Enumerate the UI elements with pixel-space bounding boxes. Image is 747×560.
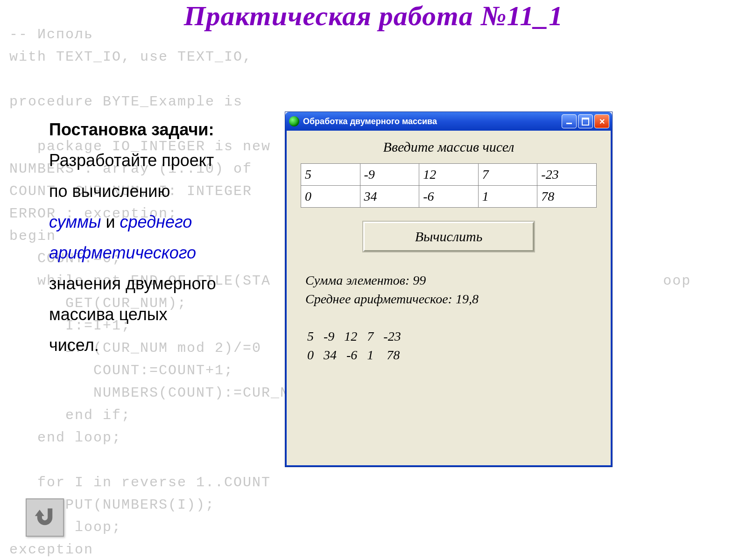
- corner-fold-decoration: [626, 467, 747, 560]
- task-line: Разработайте проект: [49, 145, 273, 176]
- array-echo-row: 0 34 -6 1 78: [307, 348, 400, 362]
- titlebar[interactable]: Обработка двумерного массива ✕: [285, 112, 612, 131]
- task-em: суммы: [49, 212, 101, 231]
- result-avg: Среднее арифметическое: 19,8: [305, 290, 597, 308]
- window-title: Обработка двумерного массива: [303, 117, 562, 126]
- grid-cell[interactable]: 0: [301, 186, 360, 208]
- close-icon: ✕: [599, 117, 605, 126]
- window-buttons: ✕: [562, 114, 609, 128]
- close-button[interactable]: ✕: [594, 114, 609, 128]
- avg-value: 19,8: [456, 292, 479, 306]
- grid-cell[interactable]: -9: [360, 164, 419, 186]
- task-line: значения двумерного: [49, 268, 273, 299]
- array-input-grid: 5 -9 12 7 -23 0 34 -6 1 78: [301, 163, 597, 208]
- grid-cell[interactable]: 5: [301, 164, 360, 186]
- app-icon: [289, 116, 299, 126]
- array-echo-row: 5 -9 12 7 -23: [307, 329, 401, 343]
- task-line: чисел.: [49, 330, 273, 361]
- table-row: 5 -9 12 7 -23: [301, 164, 597, 186]
- minimize-button[interactable]: [562, 114, 577, 128]
- task-statement: Постановка задачи: Разработайте проект п…: [49, 114, 273, 361]
- task-line: массива целых: [49, 299, 273, 330]
- grid-cell[interactable]: 34: [360, 186, 419, 208]
- sum-label: Сумма элементов:: [305, 273, 413, 287]
- sum-value: 99: [413, 273, 426, 287]
- grid-cell[interactable]: -23: [537, 164, 597, 186]
- grid-cell[interactable]: -6: [419, 186, 479, 208]
- slide: -- Исполь with TEXT_IO, use TEXT_IO, pro…: [0, 0, 747, 560]
- app-window: Обработка двумерного массива ✕ Введите м…: [285, 112, 612, 467]
- results-block: Сумма элементов: 99 Среднее арифметическ…: [305, 271, 597, 308]
- maximize-button[interactable]: [578, 114, 593, 128]
- back-button[interactable]: [26, 498, 64, 537]
- grid-cell[interactable]: 78: [537, 186, 597, 208]
- client-area: Введите массив чисел 5 -9 12 7 -23 0 34 …: [285, 131, 612, 467]
- svg-marker-0: [35, 510, 44, 516]
- grid-cell[interactable]: 1: [478, 186, 537, 208]
- grid-cell[interactable]: 12: [419, 164, 479, 186]
- result-sum: Сумма элементов: 99: [305, 271, 597, 290]
- task-heading: Постановка задачи:: [49, 114, 273, 145]
- task-line: суммы и среднего: [49, 207, 273, 238]
- compute-button[interactable]: Вычислить: [363, 222, 534, 252]
- array-echo: 5 -9 12 7 -23 0 34 -6 1 78: [307, 327, 597, 364]
- task-text: и: [101, 212, 120, 231]
- maximize-icon: [582, 118, 589, 126]
- avg-label: Среднее арифметическое:: [305, 292, 456, 306]
- input-label: Введите массив чисел: [301, 139, 597, 155]
- slide-title: Практическая работа №11_1: [0, 0, 747, 32]
- minimize-icon: [566, 123, 572, 124]
- compute-wrap: Вычислить: [301, 222, 597, 252]
- task-em: среднего: [120, 212, 192, 231]
- task-em: арифметического: [49, 238, 273, 268]
- grid-cell[interactable]: 7: [478, 164, 537, 186]
- u-turn-icon: [32, 504, 58, 531]
- table-row: 0 34 -6 1 78: [301, 186, 597, 208]
- task-line: по вычислению: [49, 176, 273, 207]
